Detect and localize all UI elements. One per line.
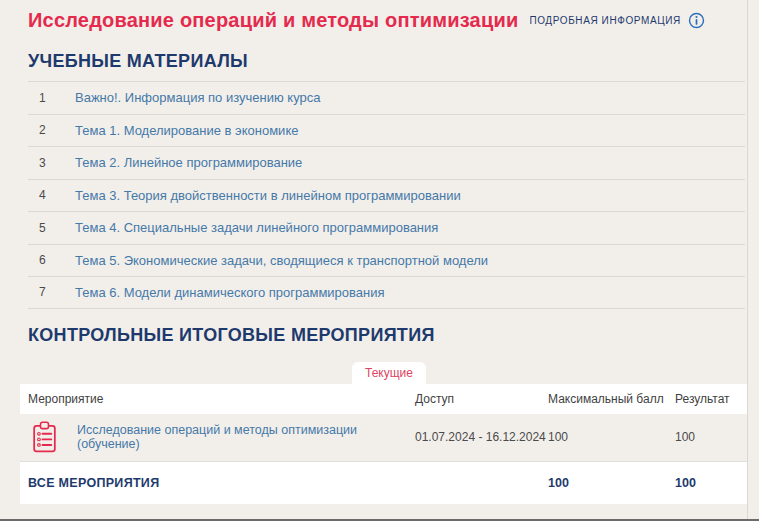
material-link[interactable]: Тема 6. Модели динамического программиро… bbox=[75, 285, 385, 300]
material-number: 3 bbox=[28, 156, 75, 170]
events-total-row: ВСЕ МЕРОПРИЯТИЯ 100 100 bbox=[20, 461, 748, 504]
material-number: 2 bbox=[28, 123, 75, 137]
column-header-max-score: Максимальный балл bbox=[548, 392, 675, 406]
all-events-link[interactable]: ВСЕ МЕРОПРИЯТИЯ bbox=[28, 476, 159, 490]
material-row: 1 Важно!. Информация по изучению курса bbox=[28, 81, 745, 114]
material-number: 4 bbox=[28, 188, 75, 202]
material-link[interactable]: Важно!. Информация по изучению курса bbox=[75, 90, 320, 105]
material-row: 2 Тема 1. Моделирование в экономике bbox=[28, 114, 745, 147]
event-result: 100 bbox=[675, 430, 748, 444]
material-row: 7 Тема 6. Модели динамического программи… bbox=[28, 276, 745, 309]
materials-heading: УЧЕБНЫЕ МАТЕРИАЛЫ bbox=[0, 51, 759, 72]
event-row: Исследование операций и методы оптимизац… bbox=[20, 414, 748, 461]
material-row: 3 Тема 2. Линейное программирование bbox=[28, 146, 745, 179]
info-circle-icon[interactable] bbox=[688, 12, 705, 29]
material-link[interactable]: Тема 2. Линейное программирование bbox=[75, 155, 302, 170]
material-number: 6 bbox=[28, 253, 75, 267]
material-row: 6 Тема 5. Экономические задачи, сводящие… bbox=[28, 244, 745, 277]
column-header-access: Доступ bbox=[415, 392, 548, 406]
event-access-dates: 01.07.2024 - 16.12.2024 bbox=[415, 430, 548, 444]
events-tab-strip: Текущие bbox=[20, 362, 759, 384]
material-number: 1 bbox=[28, 91, 75, 105]
events-heading: КОНТРОЛЬНЫЕ ИТОГОВЫЕ МЕРОПРИЯТИЯ bbox=[0, 325, 759, 346]
event-link[interactable]: Исследование операций и методы оптимизац… bbox=[77, 423, 415, 451]
material-link[interactable]: Тема 4. Специальные задачи линейного про… bbox=[75, 220, 438, 235]
materials-list: 1 Важно!. Информация по изучению курса 2… bbox=[28, 81, 745, 309]
course-header: Исследование операций и методы оптимизац… bbox=[0, 0, 759, 32]
material-number: 5 bbox=[28, 221, 75, 235]
events-table: Мероприятие Доступ Максимальный балл Рез… bbox=[20, 384, 748, 504]
total-max-score: 100 bbox=[548, 476, 675, 490]
column-header-event: Мероприятие bbox=[20, 392, 415, 406]
material-link[interactable]: Тема 5. Экономические задачи, сводящиеся… bbox=[75, 253, 488, 268]
material-link[interactable]: Тема 1. Моделирование в экономике bbox=[75, 123, 298, 138]
material-row: 4 Тема 3. Теория двойственности в линейн… bbox=[28, 179, 745, 212]
page-title: Исследование операций и методы оптимизац… bbox=[28, 9, 518, 32]
material-row: 5 Тема 4. Специальные задачи линейного п… bbox=[28, 211, 745, 244]
clipboard-checklist-icon bbox=[31, 419, 58, 455]
total-result: 100 bbox=[675, 476, 748, 490]
column-header-result: Результат bbox=[675, 392, 748, 406]
event-max-score: 100 bbox=[548, 430, 675, 444]
material-number: 7 bbox=[28, 285, 75, 299]
tab-current-events[interactable]: Текущие bbox=[352, 362, 426, 384]
material-link[interactable]: Тема 3. Теория двойственности в линейном… bbox=[75, 188, 461, 203]
panel-right-border bbox=[747, 0, 748, 519]
detailed-info-link[interactable]: ПОДРОБНАЯ ИНФОРМАЦИЯ bbox=[529, 15, 680, 26]
events-table-header: Мероприятие Доступ Максимальный балл Рез… bbox=[20, 384, 748, 414]
